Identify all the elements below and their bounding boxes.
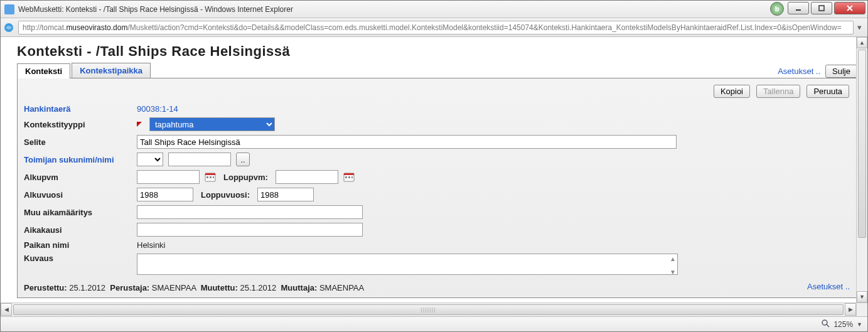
toimija-prefix-select[interactable]: [137, 153, 163, 166]
calendar-icon[interactable]: [343, 171, 355, 183]
vertical-scrollbar[interactable]: ▲ ▼: [856, 37, 867, 303]
horizontal-scrollbar[interactable]: ◀ ▶: [1, 303, 856, 316]
tab-kontekstipaikka[interactable]: Kontekstipaikka: [72, 63, 151, 78]
form-grid: Hankintaerä 90038:1-14 Kontekstityyppi t…: [24, 104, 850, 277]
required-marker-icon: [137, 122, 142, 127]
window-titlebar: WebMusketti: Konteksti - /Tall Ships Rac…: [1, 1, 867, 18]
window-controls: b: [770, 1, 867, 18]
kontekstityyppi-select[interactable]: tapahtuma: [149, 117, 275, 131]
svg-line-16: [827, 324, 829, 327]
label-alkupvm: Alkupvm: [24, 173, 137, 182]
url-host: museovirasto.dom: [66, 23, 127, 32]
calendar-icon[interactable]: [205, 171, 216, 183]
browser-hint-button[interactable]: b: [770, 2, 784, 16]
aikakausi-input[interactable]: [137, 223, 363, 237]
cancel-button[interactable]: Peruuta: [806, 85, 849, 98]
svg-rect-7: [206, 176, 208, 178]
label-muu: Muu aikamääritys: [24, 208, 137, 217]
close-button[interactable]: [834, 2, 865, 14]
muu-input[interactable]: [137, 205, 363, 219]
zoom-level[interactable]: 125%: [833, 320, 853, 329]
scroll-right-icon[interactable]: ▶: [845, 303, 856, 316]
main-panel: Kopioi Tallenna Peruuta Hankintaerä 9003…: [17, 78, 857, 298]
label-paikka: Paikan nimi: [24, 240, 137, 250]
window-title: WebMusketti: Konteksti - /Tall Ships Rac…: [18, 5, 770, 14]
save-button[interactable]: Tallenna: [756, 85, 800, 98]
scroll-left-icon[interactable]: ◀: [1, 303, 12, 316]
label-loppupvm: Loppupvm:: [223, 173, 268, 182]
alkupvm-input[interactable]: [137, 170, 200, 184]
url-rest: /Musketti/action?cmd=Konteksti&do=Detail…: [127, 23, 841, 32]
selite-input[interactable]: [137, 135, 677, 149]
url-prefix: http://tomcat.: [23, 23, 66, 32]
bottom-settings-link[interactable]: Asetukset ..: [807, 282, 850, 291]
label-alkuvuosi: Alkuvuosi: [24, 190, 137, 200]
status-bar: 125% ▼: [1, 316, 867, 331]
app-icon: [4, 4, 14, 14]
maximize-button[interactable]: [811, 2, 832, 14]
svg-rect-14: [351, 176, 353, 178]
toimija-lookup-button[interactable]: ..: [236, 153, 250, 166]
panel-toolbar: Kopioi Tallenna Peruuta: [24, 83, 850, 104]
minimize-button[interactable]: [788, 2, 809, 14]
svg-point-15: [822, 320, 827, 325]
zoom-dropdown-icon[interactable]: ▼: [857, 321, 862, 328]
textarea-scroll-up-icon[interactable]: ▲: [669, 255, 677, 262]
kuvaus-textarea[interactable]: [137, 254, 678, 275]
ie-icon: [3, 22, 14, 33]
browser-window: WebMusketti: Konteksti - /Tall Ships Rac…: [0, 0, 868, 332]
page-title: Konteksti - /Tall Ships Race Helsingissä: [17, 43, 857, 60]
scrollbar-corner: [856, 303, 867, 316]
svg-rect-1: [819, 6, 824, 11]
label-kuvaus: Kuvaus: [24, 254, 137, 263]
horizontal-scroll-thumb[interactable]: [13, 304, 844, 315]
label-hankintaera[interactable]: Hankintaerä: [24, 104, 137, 114]
tab-row: Konteksti Kontekstipaikka Asetukset .. S…: [17, 62, 857, 78]
copy-button[interactable]: Kopioi: [714, 85, 750, 98]
vertical-scroll-thumb[interactable]: [858, 50, 866, 238]
svg-rect-8: [210, 176, 212, 178]
scroll-up-icon[interactable]: ▲: [857, 37, 867, 48]
svg-rect-11: [344, 173, 354, 175]
label-loppuvuosi: Loppuvuosi:: [201, 190, 250, 200]
scroll-down-icon[interactable]: ▼: [857, 291, 867, 303]
svg-rect-12: [345, 176, 347, 178]
toimija-name-input[interactable]: [168, 153, 231, 166]
zoom-icon[interactable]: [821, 319, 830, 329]
value-paikka: Helsinki: [137, 240, 166, 250]
address-dropdown-icon[interactable]: ▾: [854, 23, 865, 32]
viewport: Konteksti - /Tall Ships Race Helsingissä…: [1, 37, 867, 316]
label-kontekstityyppi: Kontekstityyppi: [24, 120, 137, 129]
svg-rect-9: [213, 176, 214, 178]
audit-row: Perustettu: 25.1.2012 Perustaja: SMAENPA…: [24, 283, 850, 292]
loppupvm-input[interactable]: [276, 170, 338, 184]
address-bar[interactable]: http://tomcat.museovirasto.dom/Musketti/…: [18, 21, 854, 35]
svg-rect-6: [205, 173, 215, 175]
loppuvuosi-input[interactable]: [257, 188, 314, 201]
label-selite: Selite: [24, 137, 137, 147]
svg-rect-13: [348, 176, 350, 178]
textarea-scroll-down-icon[interactable]: ▼: [669, 268, 677, 276]
value-hankintaera[interactable]: 90038:1-14: [137, 104, 178, 114]
close-page-button[interactable]: Sulje: [825, 65, 857, 78]
settings-link[interactable]: Asetukset ..: [778, 67, 820, 76]
alkuvuosi-input[interactable]: [137, 188, 193, 201]
label-toimija[interactable]: Toimijan sukunimi/nimi: [24, 155, 137, 164]
address-bar-row: http://tomcat.museovirasto.dom/Musketti/…: [1, 18, 867, 37]
content: Konteksti - /Tall Ships Race Helsingissä…: [1, 37, 867, 316]
tab-konteksti[interactable]: Konteksti: [17, 63, 70, 78]
label-aikakausi: Aikakausi: [24, 225, 137, 235]
